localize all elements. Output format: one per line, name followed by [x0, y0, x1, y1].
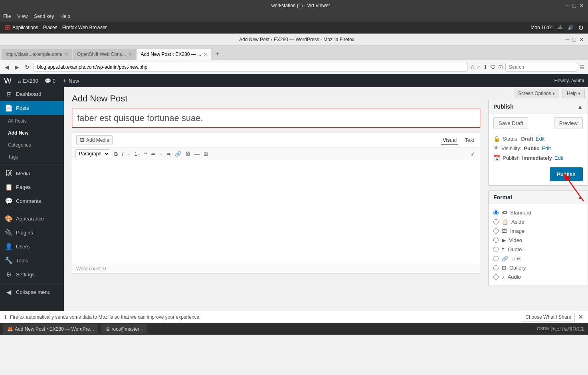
address-input[interactable] [34, 63, 467, 71]
sidebar-item-pages[interactable]: 📋 Pages [0, 180, 64, 194]
sidebar-item-collapse[interactable]: ◀ Collapse menu [0, 285, 64, 299]
ff-minimize-icon[interactable]: ─ [566, 36, 570, 43]
choose-share-button[interactable]: Choose What I Share [522, 313, 575, 321]
align-center-button[interactable]: ≡ [158, 150, 164, 158]
tab-0[interactable]: http://class...example.com/ ✕ [2, 49, 72, 60]
taskbar-item-firefox[interactable]: 🦊 Add New Post ‹ EX280 — WordPre... [3, 324, 98, 334]
search-input[interactable] [505, 63, 577, 71]
format-video-radio[interactable] [493, 238, 499, 243]
publish-box-toggle[interactable]: ▲ [577, 103, 583, 110]
align-right-button[interactable]: ➡ [165, 150, 172, 158]
link-button[interactable]: 🔗 [173, 150, 183, 158]
tab-text[interactable]: Text [463, 136, 476, 145]
visibility-edit-link[interactable]: Edit [542, 145, 550, 151]
post-title-input[interactable] [72, 109, 480, 128]
sidebar-item-all-posts[interactable]: All Posts [0, 115, 64, 127]
sidebar-item-add-new[interactable]: Add New [0, 127, 64, 139]
wp-logo[interactable]: W [4, 76, 12, 85]
help-button[interactable]: Help ▾ [562, 89, 585, 98]
unlink-button[interactable]: ⛓ [184, 150, 192, 158]
save-draft-button[interactable]: Save Draft [493, 117, 528, 129]
format-select[interactable]: Paragraph [75, 149, 110, 158]
sidebar-item-users[interactable]: 👤 Users [0, 240, 64, 254]
tab-visual[interactable]: Visual [441, 136, 458, 145]
firefox-controls[interactable]: ─ □ ✕ [566, 36, 584, 43]
align-left-button[interactable]: ⬅ [149, 150, 157, 158]
format-gallery-radio[interactable] [493, 265, 499, 270]
home-icon[interactable]: ⌂ [477, 64, 481, 70]
bold-button[interactable]: B [113, 150, 119, 158]
firefox-label[interactable]: Firefox Web Browser [62, 25, 107, 30]
format-box-header: Format ▲ [489, 191, 588, 204]
sidebar-item-plugins[interactable]: 🔌 Plugins [0, 226, 64, 240]
format-quote-radio[interactable] [493, 247, 499, 252]
applications-label[interactable]: Applications [12, 25, 38, 30]
menu-file[interactable]: File [3, 14, 11, 19]
ff-close-icon[interactable]: ✕ [579, 36, 584, 43]
sidebar-item-categories[interactable]: Categories [0, 139, 64, 151]
menu-help[interactable]: Help [60, 14, 70, 19]
ul-button[interactable]: ≡ [126, 150, 132, 158]
format-link-radio[interactable] [493, 256, 499, 261]
history-icon[interactable]: ⊡ [498, 64, 503, 70]
site-name[interactable]: ⌂ EX280 [18, 78, 38, 84]
format-quote: ❝ Quote [493, 245, 583, 254]
format-audio-radio[interactable] [493, 274, 499, 280]
sidebar-item-appearance[interactable]: 🎨 Appearance [0, 212, 64, 226]
format-box-toggle[interactable]: ▲ [577, 194, 583, 200]
screen-options-button[interactable]: Screen Options ▾ [514, 89, 559, 98]
taskbar-item-terminal[interactable]: 🖥 root@master:~ [101, 324, 148, 334]
sidebar-item-dashboard[interactable]: ⊞ Dashboard [0, 87, 64, 101]
comments-count[interactable]: 💬 0 [45, 78, 55, 84]
sidebar-item-comments[interactable]: 💬 Comments [0, 194, 64, 208]
tab-1-close[interactable]: ✕ [129, 52, 132, 57]
bookmark-icon[interactable]: ☆ [470, 64, 475, 70]
back-button[interactable]: ◀ [3, 63, 11, 71]
minimize-icon[interactable]: ─ [566, 2, 570, 9]
menu-sendkey[interactable]: Send key [34, 14, 54, 19]
os-titlebar-controls[interactable]: ─ □ ✕ [566, 2, 584, 9]
shield-icon[interactable]: 🛡 [490, 64, 496, 70]
firefox-taskbar-icon: 🦊 [7, 326, 13, 332]
editor-body[interactable] [72, 160, 480, 264]
more-button[interactable]: — [193, 150, 201, 158]
table-button[interactable]: ⊞ [202, 150, 210, 158]
menu-view[interactable]: View [17, 14, 28, 19]
tab-0-close[interactable]: ✕ [65, 52, 68, 57]
sidebar-item-settings[interactable]: ⚙ Settings [0, 268, 64, 282]
notification-close[interactable]: ✕ [578, 313, 583, 321]
publish-time-edit-link[interactable]: Edit [554, 155, 563, 161]
ff-restore-icon[interactable]: □ [573, 36, 576, 43]
sidebar-item-media[interactable]: 🖼 Media [0, 167, 64, 180]
video-icon: ▶ [502, 237, 506, 243]
close-icon[interactable]: ✕ [579, 2, 584, 9]
sidebar-item-tools[interactable]: 🔧 Tools [0, 254, 64, 268]
add-media-button[interactable]: 🖼 Add Media [76, 135, 113, 145]
download-icon[interactable]: ⬇ [483, 64, 488, 70]
places-label[interactable]: Places [43, 25, 57, 30]
format-aside-radio[interactable] [493, 219, 499, 224]
wp-sidebar: ⊞ Dashboard 📄 Posts All Posts Add New Ca… [0, 87, 64, 311]
sidebar-item-tags[interactable]: Tags [0, 151, 64, 163]
tab-2[interactable]: Add New Post ‹ EX280 — ... ✕ [137, 49, 211, 60]
forward-button[interactable]: ▶ [13, 63, 21, 71]
format-standard-radio[interactable] [493, 210, 499, 215]
status-edit-link[interactable]: Edit [536, 136, 544, 142]
new-item[interactable]: ＋ New [62, 77, 79, 84]
power-icon[interactable]: ⏻ [578, 25, 583, 30]
format-image-radio[interactable] [493, 228, 499, 234]
restore-icon[interactable]: □ [573, 2, 576, 9]
ol-button[interactable]: 1≡ [133, 150, 142, 158]
menu-icon[interactable]: ☰ [580, 64, 585, 70]
new-tab-button[interactable]: + [212, 48, 223, 60]
tab-2-close[interactable]: ✕ [204, 52, 207, 57]
applications-menu[interactable]: ⊞ Applications [5, 23, 38, 32]
publish-button[interactable]: Publish [550, 167, 583, 181]
italic-button[interactable]: I [120, 150, 125, 158]
blockquote-button[interactable]: ❝ [143, 150, 148, 158]
sidebar-item-posts[interactable]: 📄 Posts [0, 101, 64, 115]
expand-button[interactable]: ⤢ [469, 150, 477, 158]
reload-button[interactable]: ↻ [23, 63, 31, 71]
preview-button[interactable]: Preview [554, 117, 583, 129]
tab-1[interactable]: OpenShift Web Cons... ✕ [73, 49, 136, 60]
